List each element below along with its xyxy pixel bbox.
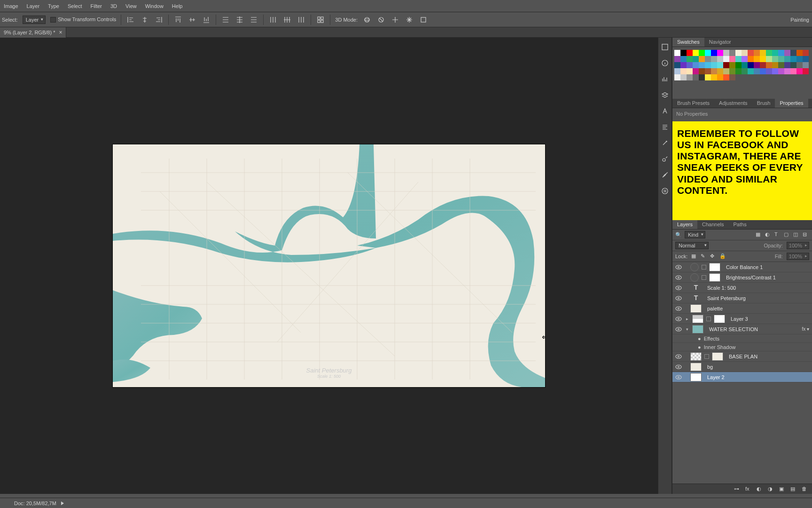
swatch[interactable] <box>699 62 705 68</box>
swatch[interactable] <box>680 74 687 80</box>
swatch[interactable] <box>748 56 754 62</box>
visibility-icon[interactable] <box>675 326 682 333</box>
layer-filter-kind[interactable]: Kind <box>685 231 705 238</box>
visibility-icon[interactable] <box>675 316 682 322</box>
swatch[interactable] <box>699 56 705 62</box>
3d-pan-icon[interactable] <box>390 15 400 24</box>
swatch[interactable] <box>723 56 729 62</box>
align-hcenter-icon[interactable] <box>140 15 149 24</box>
swatch[interactable] <box>680 62 687 68</box>
swatch[interactable] <box>772 62 778 68</box>
swatch[interactable] <box>784 62 790 68</box>
swatch[interactable] <box>760 68 766 74</box>
3d-slide-icon[interactable] <box>405 15 414 24</box>
visibility-icon[interactable] <box>675 353 682 360</box>
menu-layer[interactable]: Layer <box>27 3 40 9</box>
layer-name[interactable]: bg <box>704 364 713 370</box>
layer-list[interactable]: Color Balance 1 Brightness/Contrast 1 T … <box>672 262 812 484</box>
swatch[interactable] <box>790 62 796 68</box>
swatch[interactable] <box>748 62 754 68</box>
fx-badge-icon[interactable]: fx ▾ <box>802 326 809 332</box>
swatch[interactable] <box>754 50 760 56</box>
swatch[interactable] <box>803 62 809 68</box>
layer-name[interactable]: Saint Petersburg <box>704 295 746 301</box>
swatch[interactable] <box>754 56 760 62</box>
swatch[interactable] <box>717 74 723 80</box>
3d-scale-icon[interactable] <box>419 15 428 24</box>
swatch[interactable] <box>790 56 796 62</box>
swatch[interactable] <box>766 56 772 62</box>
swatch[interactable] <box>729 62 735 68</box>
visibility-icon[interactable] <box>675 374 682 381</box>
swatch[interactable] <box>687 56 693 62</box>
tab-layers[interactable]: Layers <box>672 220 697 229</box>
workspace-switcher[interactable]: Painting <box>790 17 812 23</box>
layer-name[interactable]: WATER SELECTION <box>706 326 758 332</box>
swatch[interactable] <box>796 56 803 62</box>
swatch[interactable] <box>742 50 748 56</box>
opacity-value[interactable]: 100% <box>787 242 809 249</box>
blend-mode-dropdown[interactable]: Normal <box>675 242 709 249</box>
swatch[interactable] <box>778 62 784 68</box>
clone-source-icon[interactable] <box>660 154 670 164</box>
canvas-area[interactable]: Saint Petersburg Scale 1: 500 ⇔ <box>0 38 658 494</box>
swatch[interactable] <box>778 56 784 62</box>
align-left-edges-icon[interactable] <box>126 15 135 24</box>
swatch[interactable] <box>784 56 790 62</box>
layer-name[interactable]: Scale 1: 500 <box>704 285 736 291</box>
swatch[interactable] <box>796 62 803 68</box>
new-layer-icon[interactable]: ▤ <box>790 486 797 492</box>
align-vcenter-icon[interactable] <box>187 15 197 24</box>
swatch[interactable] <box>680 68 687 74</box>
swatch[interactable] <box>772 56 778 62</box>
layer-effect-item[interactable]: ● Inner Shadow <box>672 343 812 351</box>
histogram-panel-icon[interactable] <box>660 74 670 84</box>
filter-type-icon[interactable]: T <box>774 231 781 238</box>
tab-brush-presets[interactable]: Brush Presets <box>672 99 714 108</box>
swatch[interactable] <box>717 62 723 68</box>
swatch[interactable] <box>760 50 766 56</box>
swatch[interactable] <box>766 50 772 56</box>
swatch[interactable] <box>717 50 723 56</box>
layer-row[interactable]: bg <box>672 362 812 372</box>
brush-settings-icon[interactable] <box>660 170 670 180</box>
swatch[interactable] <box>772 50 778 56</box>
swatch[interactable] <box>735 50 742 56</box>
tool-presets-icon[interactable] <box>660 138 670 148</box>
distribute-top-icon[interactable] <box>221 15 230 24</box>
layer-name[interactable]: Layer 3 <box>728 316 748 322</box>
info-panel-icon[interactable] <box>660 58 670 68</box>
search-icon[interactable]: 🔍 <box>675 232 682 238</box>
swatch[interactable] <box>723 50 729 56</box>
swatch[interactable] <box>717 56 723 62</box>
swatch[interactable] <box>742 68 748 74</box>
layer-row[interactable]: Color Balance 1 <box>672 262 812 272</box>
swatch[interactable] <box>705 50 711 56</box>
distribute-left-icon[interactable] <box>268 15 278 24</box>
twirl-icon[interactable]: ▸ <box>685 317 689 321</box>
tab-properties[interactable]: Properties <box>775 99 808 108</box>
swatch[interactable] <box>711 62 717 68</box>
swatch[interactable] <box>766 68 772 74</box>
filter-pixel-icon[interactable]: ▦ <box>756 231 762 238</box>
swatch[interactable] <box>803 50 809 56</box>
swatch[interactable] <box>790 50 796 56</box>
swatch[interactable] <box>674 56 680 62</box>
swatch[interactable] <box>705 74 711 80</box>
layer-mask-icon[interactable]: ◐ <box>757 486 763 492</box>
auto-align-icon[interactable] <box>316 15 325 24</box>
swatch[interactable] <box>711 56 717 62</box>
menu-filter[interactable]: Filter <box>91 3 102 9</box>
swatch[interactable] <box>693 56 699 62</box>
swatch[interactable] <box>735 56 742 62</box>
cc-libraries-icon[interactable] <box>660 186 670 196</box>
layer-row[interactable]: ▸ Layer 3 <box>672 314 812 324</box>
menu-help[interactable]: Help <box>172 3 183 9</box>
swatch[interactable] <box>717 68 723 74</box>
doc-size-readout[interactable]: Doc: 20,5M/82,7M <box>14 500 56 506</box>
swatch[interactable] <box>803 56 809 62</box>
swatch[interactable] <box>723 68 729 74</box>
swatch[interactable] <box>742 62 748 68</box>
distribute-bottom-icon[interactable] <box>249 15 258 24</box>
layer-name[interactable]: Brightness/Contrast 1 <box>723 275 776 280</box>
